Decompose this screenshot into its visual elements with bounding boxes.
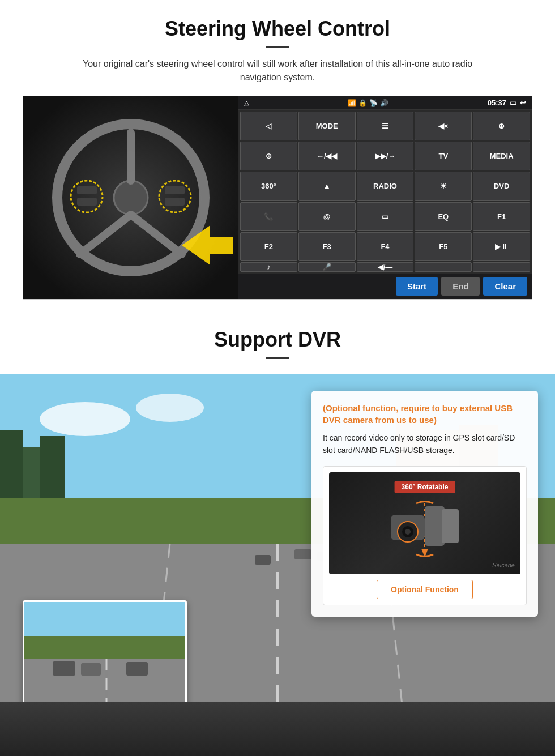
signal-icon: 📡 <box>369 99 378 107</box>
btn-music[interactable]: ♪ <box>240 262 297 272</box>
btn-empty1 <box>415 262 472 272</box>
window-icon: ▭ <box>510 99 516 107</box>
clear-button[interactable]: Clear <box>483 277 527 296</box>
svg-rect-26 <box>294 549 311 559</box>
btn-f3[interactable]: F3 <box>298 232 356 261</box>
btn-f1[interactable]: F1 <box>473 202 530 231</box>
svg-rect-35 <box>126 662 148 676</box>
dvr-photo-container: (Optional function, require to buy exter… <box>0 374 555 756</box>
btn-screen[interactable]: ▭ <box>357 202 414 231</box>
dashboard-bar <box>0 702 555 756</box>
btn-mute[interactable]: ◀× <box>415 112 472 140</box>
btn-f5[interactable]: F5 <box>415 232 472 261</box>
time-display: 05:37 <box>488 99 506 107</box>
btn-radio[interactable]: RADIO <box>357 172 414 200</box>
btn-mic[interactable]: 🎤 <box>298 262 356 272</box>
dvr-description: It can record video only to storage in G… <box>323 432 527 457</box>
dvr-camera-visual: 360° Rotatable <box>329 472 520 574</box>
svg-point-14 <box>136 394 204 422</box>
btn-f2[interactable]: F2 <box>240 232 297 261</box>
dvr-title: Support DVR <box>23 328 532 352</box>
svg-rect-30 <box>24 636 187 659</box>
btn-next[interactable]: ▶▶/→ <box>357 142 414 170</box>
btn-browser[interactable]: @ <box>298 202 356 231</box>
svg-rect-39 <box>425 506 445 546</box>
btn-phone[interactable]: 📞 <box>240 202 297 231</box>
btn-settings[interactable]: ⊙ <box>240 142 297 170</box>
svg-rect-15 <box>0 430 23 498</box>
btn-brightness[interactable]: ☀ <box>415 172 472 200</box>
svg-line-3 <box>80 215 131 254</box>
start-button[interactable]: Start <box>396 277 438 296</box>
btn-vol-down[interactable]: ◀/— <box>357 262 414 272</box>
back-icon[interactable]: ↩ <box>520 99 526 107</box>
dvr-camera-box: 360° Rotatable <box>323 466 527 605</box>
rotatable-badge: 360° Rotatable <box>395 481 455 493</box>
svg-rect-34 <box>81 663 101 676</box>
head-unit-panel: △ 📶 🔒 📡 🔊 05:37 ▭ ↩ ◁ MODE ☰ <box>238 96 532 299</box>
steering-content-area: △ 📶 🔒 📡 🔊 05:37 ▭ ↩ ◁ MODE ☰ <box>23 96 532 300</box>
svg-marker-11 <box>182 225 233 265</box>
svg-rect-33 <box>53 661 75 676</box>
svg-point-43 <box>405 529 411 535</box>
svg-point-5 <box>71 181 103 212</box>
btn-nav[interactable]: ◁ <box>240 112 297 140</box>
lock-icon: 🔒 <box>358 99 367 107</box>
btn-apps[interactable]: ⊕ <box>473 112 530 140</box>
small-road-inner-bg <box>24 602 185 712</box>
btn-media[interactable]: MEDIA <box>473 142 530 170</box>
title-divider <box>266 46 289 48</box>
btn-play-pause[interactable]: ▶⏸ <box>473 232 530 261</box>
svg-line-4 <box>131 215 182 254</box>
svg-rect-16 <box>23 447 40 498</box>
btn-menu[interactable]: ☰ <box>357 112 414 140</box>
steering-photo <box>23 96 238 299</box>
svg-rect-17 <box>40 436 65 498</box>
svg-rect-7 <box>77 186 97 194</box>
watermark: Seicane <box>492 562 515 569</box>
steering-title: Steering Wheel Control <box>23 17 532 41</box>
svg-rect-40 <box>442 509 459 543</box>
arrow-graphic <box>182 225 233 265</box>
btn-360[interactable]: 360° <box>240 172 297 200</box>
optional-title: (Optional function, require to buy exter… <box>323 402 527 426</box>
optional-function-button[interactable]: Optional Function <box>377 580 473 599</box>
svg-point-1 <box>114 181 148 215</box>
btn-mode[interactable]: MODE <box>298 112 356 140</box>
dvr-title-area: Support DVR <box>0 311 555 374</box>
steering-description: Your original car's steering wheel contr… <box>62 57 493 84</box>
steering-section: Steering Wheel Control Your original car… <box>0 0 555 311</box>
dvr-title-divider <box>266 357 289 359</box>
wifi-icon: 📶 <box>348 99 356 107</box>
dvr-camera-svg <box>379 492 470 566</box>
dvr-section: Support DVR <box>0 311 555 756</box>
svg-point-6 <box>159 181 191 212</box>
svg-rect-9 <box>165 186 185 194</box>
small-road-photo <box>23 600 187 714</box>
dvr-info-card: (Optional function, require to buy exter… <box>311 391 538 617</box>
home-icon[interactable]: △ <box>244 99 249 107</box>
sound-icon: 🔊 <box>380 99 388 107</box>
btn-prev[interactable]: ←/◀◀ <box>298 142 356 170</box>
action-row: Start End Clear <box>238 274 532 299</box>
btn-eq[interactable]: EQ <box>415 202 472 231</box>
function-button-grid: ◁ MODE ☰ ◀× ⊕ ⊙ ←/◀◀ ▶▶/→ TV MEDIA 360° … <box>238 110 532 274</box>
btn-dvd[interactable]: DVD <box>473 172 530 200</box>
svg-point-13 <box>40 402 130 436</box>
svg-rect-10 <box>165 198 185 206</box>
status-bar: △ 📶 🔒 📡 🔊 05:37 ▭ ↩ <box>238 96 532 110</box>
svg-rect-29 <box>24 602 187 636</box>
btn-empty2 <box>473 262 530 272</box>
svg-rect-28 <box>255 555 271 565</box>
svg-rect-8 <box>77 198 97 206</box>
btn-f4[interactable]: F4 <box>357 232 414 261</box>
btn-tv[interactable]: TV <box>415 142 472 170</box>
end-button[interactable]: End <box>441 277 480 296</box>
btn-eject[interactable]: ▲ <box>298 172 356 200</box>
